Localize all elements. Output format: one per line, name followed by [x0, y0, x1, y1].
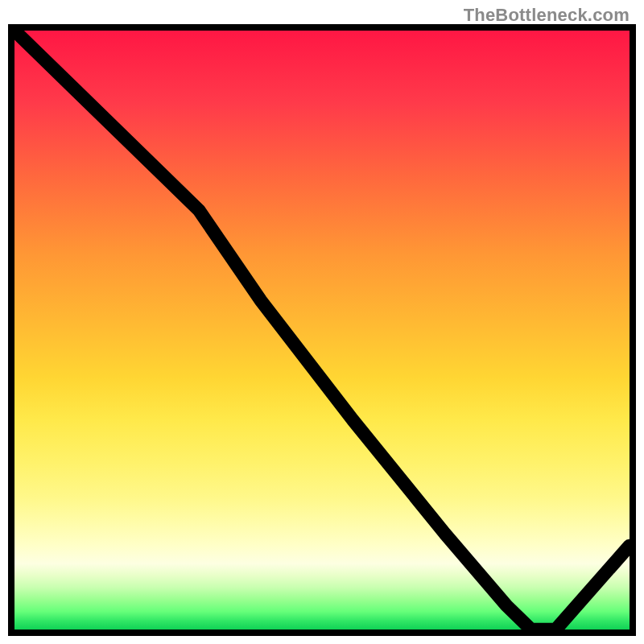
- chart-container: TheBottleneck.com: [0, 0, 644, 644]
- chart-svg: [14, 31, 630, 630]
- watermark-text: TheBottleneck.com: [464, 5, 630, 26]
- data-curve: [14, 31, 630, 630]
- plot-area: [8, 24, 636, 636]
